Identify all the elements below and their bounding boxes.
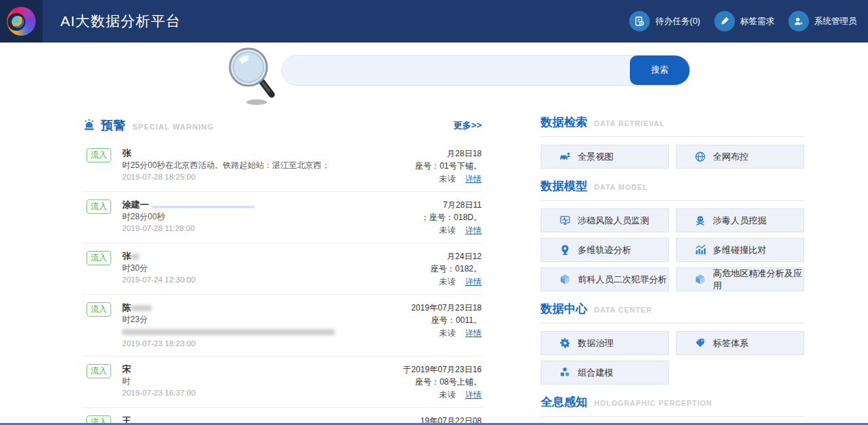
multidim-collision-button[interactable]: 多维碰撞比对	[676, 238, 804, 262]
more-link[interactable]: 更多>>	[454, 119, 482, 132]
tool-button-label: 多维轨迹分析	[578, 244, 631, 256]
warning-seat-text: ；座号：018D。	[358, 211, 482, 223]
data-governance-button[interactable]: 数据治理	[541, 331, 669, 355]
globe-network-icon	[694, 151, 706, 162]
nav-item-label: 待办任务(0)	[655, 16, 700, 27]
detail-link[interactable]: 详情	[465, 328, 482, 338]
app-logo[interactable]	[0, 0, 43, 42]
warning-subtitle: SPECIAL WARNING	[132, 123, 214, 131]
app-title: AI大数据分析平台	[60, 12, 181, 31]
nav-item-admin-user[interactable]: 系统管理员	[788, 11, 858, 32]
tool-button-label: 前科人员二次犯罪分析	[578, 274, 667, 286]
gear-icon	[559, 337, 571, 349]
warning-timestamp: 2019-07-23 18:23:00	[122, 338, 358, 350]
unread-label: 未读	[439, 328, 456, 338]
section-title: 数据检索	[541, 114, 587, 130]
section-header-data-model: 数据模型 DATA MODEL	[541, 178, 804, 201]
inflow-badge: 流入	[86, 251, 111, 265]
section-header-holographic-perception: 全息感知 HOLOGRAPHIC PERCEPTION	[541, 394, 804, 417]
warning-date-text: 月24日12	[358, 250, 482, 263]
detail-link[interactable]: 详情	[465, 174, 482, 184]
admin-user-icon	[788, 11, 809, 32]
tags-icon	[694, 337, 706, 349]
warning-list-item: 流入 宋 时 2019-07-23 16:37:00 于2019年07月23日1…	[82, 356, 482, 407]
monitor-waveform-icon	[559, 215, 571, 226]
tag-request-icon	[714, 11, 735, 32]
inflow-badge: 流入	[86, 199, 111, 214]
nav-item-label: 系统管理员	[814, 16, 858, 27]
top-navbar: AI大数据分析平台 待办任务(0) 标签需求 系统管理员	[0, 0, 868, 42]
redacted-text	[131, 305, 152, 311]
combined-modeling-button[interactable]: 组合建模	[541, 361, 669, 385]
section-title: 全息感知	[541, 394, 587, 410]
section-subtitle: HOLOGRAPHIC PERCEPTION	[594, 399, 712, 407]
warning-detail-text: 时28分00秒	[122, 210, 358, 223]
magnifier-graphic	[225, 46, 280, 109]
redacted-text	[131, 254, 139, 260]
recidivism-analysis-button[interactable]: 前科人员二次犯罪分析	[541, 267, 669, 291]
map-pin-icon	[559, 244, 571, 256]
unread-label: 未读	[439, 390, 456, 400]
unread-label: 未读	[439, 277, 456, 287]
nav-item-tag-request[interactable]: 标签需求	[714, 11, 775, 32]
warning-date-text: 月28日18	[358, 147, 482, 160]
section-subtitle: DATA CENTER	[594, 306, 652, 314]
warning-seat-text: 座号：0011。	[358, 314, 482, 326]
stability-risk-monitor-button[interactable]: 涉稳风险人员监测	[541, 208, 669, 232]
warning-list-item: 流入 张 时25分00秒在北京西活动。铁路起始站：湛江至北京西； 2019-07…	[82, 141, 482, 191]
person-name: 张	[122, 148, 131, 158]
warning-list-item: 流入 陈 时23分 2019-07-23 18:23:00 2019年07月23…	[82, 294, 482, 356]
cube-3d-icon	[559, 274, 571, 285]
inflow-badge: 流入	[86, 302, 111, 317]
warning-title: 预警	[101, 117, 126, 134]
warning-timestamp: 2019-07-28 11:28:00	[122, 223, 358, 234]
multidim-trajectory-button[interactable]: 多维轨迹分析	[541, 238, 669, 262]
warning-list: 流入 张 时25分00秒在北京西活动。铁路起始站：湛江至北京西； 2019-07…	[82, 141, 482, 425]
inflow-badge: 流入	[86, 148, 111, 162]
cube-3d-icon	[694, 274, 706, 285]
inflow-badge: 流入	[86, 364, 111, 378]
tool-button-label: 数据治理	[578, 337, 613, 350]
tool-button-label: 涉毒人员挖掘	[713, 215, 766, 227]
unread-label: 未读	[439, 226, 456, 235]
detail-link[interactable]: 详情	[465, 277, 482, 287]
warning-detail-text: 时30分	[122, 262, 358, 274]
search-button[interactable]: 搜索	[630, 56, 690, 85]
todo-tasks-icon	[629, 11, 650, 32]
warning-seat-text: 座号：0182。	[358, 263, 482, 275]
warning-timestamp: 2019-07-28 18:25:00	[122, 171, 358, 183]
section-header-data-center: 数据中心 DATA CENTER	[541, 301, 804, 324]
network-surveillance-button[interactable]: 全网布控	[676, 145, 804, 169]
warning-list-item: 流入 张 时30分 2019-07-24 12:30:00 月24日12 座号：…	[82, 243, 482, 294]
warning-header: 预警 SPECIAL WARNING 更多>>	[82, 114, 482, 136]
tool-button-label: 组合建模	[578, 367, 613, 379]
tool-button-label: 全景视图	[578, 151, 613, 163]
search-box: 搜索	[281, 55, 690, 86]
bar-chart-trend-icon	[694, 244, 706, 256]
panorama-view-button[interactable]: 全景视图	[541, 145, 669, 169]
warning-detail-text: 时	[122, 375, 358, 387]
person-name: 涂建一	[122, 199, 149, 210]
car-person-icon	[559, 151, 571, 162]
section-header-data-retrieval: 数据检索 DATA RETRIEVAL	[541, 114, 804, 137]
stacked-cubes-icon	[559, 367, 571, 378]
high-risk-area-analysis-button[interactable]: 高危地区精准分析及应用	[676, 267, 804, 291]
section-title: 数据模型	[541, 178, 587, 194]
redacted-text	[152, 203, 255, 208]
detail-link[interactable]: 详情	[465, 226, 482, 235]
section-title: 数据中心	[541, 301, 587, 317]
warning-date-text: 2019年07月23日18	[358, 302, 482, 314]
tool-button-label: 高危地区精准分析及应用	[713, 267, 804, 292]
tag-system-button[interactable]: 标签体系	[676, 331, 804, 355]
skull-crossbones-icon	[694, 215, 706, 226]
nav-item-todo-tasks[interactable]: 待办任务(0)	[629, 11, 700, 32]
search-input[interactable]	[282, 56, 630, 85]
tools-panel: 数据检索 DATA RETRIEVAL 全景视图 全网布控 数据模型 DATA …	[541, 114, 804, 425]
tool-button-label: 多维碰撞比对	[713, 244, 766, 256]
tool-button-label: 标签体系	[713, 337, 749, 350]
redacted-text	[122, 329, 335, 335]
warning-timestamp: 2019-07-24 12:30:00	[122, 274, 358, 286]
drug-person-mining-button[interactable]: 涉毒人员挖掘	[676, 208, 804, 232]
detail-link[interactable]: 详情	[465, 390, 482, 400]
warning-detail-text: 时25分00秒在北京西活动。铁路起始站：湛江至北京西；	[122, 159, 358, 171]
